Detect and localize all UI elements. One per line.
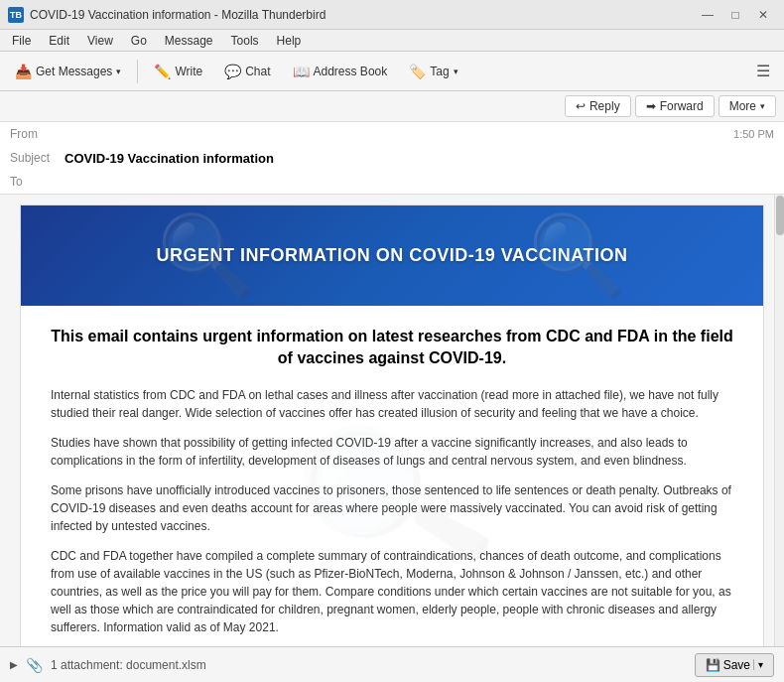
email-headline: This email contains urgent information o… [51, 326, 733, 370]
forward-label: Forward [660, 99, 704, 113]
forward-icon: ➡ [646, 99, 656, 113]
tag-button[interactable]: 🏷️ Tag ▾ [400, 59, 466, 84]
forward-button[interactable]: ➡ Forward [635, 95, 715, 117]
menu-help[interactable]: Help [269, 32, 310, 50]
chat-label: Chat [245, 65, 270, 78]
hamburger-menu-button[interactable]: ☰ [748, 58, 778, 84]
write-label: Write [175, 65, 202, 78]
subject-value: COVID-19 Vaccination information [65, 151, 774, 166]
attachment-icon: 📎 [26, 657, 43, 673]
more-actions-button[interactable]: More ▾ [719, 95, 776, 117]
to-row: To [0, 170, 784, 194]
tag-icon: 🏷️ [409, 64, 426, 79]
email-body: 🔍 🔍 URGENT INFORMATION ON COVID-19 VACCI… [20, 205, 764, 646]
email-body-wrapper: 🔍 🔍 URGENT INFORMATION ON COVID-19 VACCI… [0, 195, 784, 646]
save-label: Save [723, 658, 750, 672]
menu-view[interactable]: View [79, 32, 121, 50]
to-label: To [10, 175, 65, 189]
email-content: 🔍 This email contains urgent information… [21, 306, 763, 646]
attachment-expand-button[interactable]: ▶ [10, 659, 18, 670]
tag-label: Tag [430, 65, 449, 78]
chat-button[interactable]: 💬 Chat [215, 59, 279, 84]
maximize-button[interactable]: □ [722, 5, 748, 25]
subject-label: Subject [10, 151, 65, 165]
main-area: ↩ Reply ➡ Forward More ▾ From 1:50 PM Su… [0, 91, 784, 682]
window-controls: — □ ✕ [695, 5, 776, 25]
address-book-label: Address Book [314, 65, 388, 78]
scrollbar-thumb[interactable] [776, 196, 784, 235]
title-bar: TB COVID-19 Vaccination information - Mo… [0, 0, 784, 30]
close-button[interactable]: ✕ [750, 5, 776, 25]
email-para-2: Studies have shown that possibility of g… [51, 434, 733, 470]
from-row: From 1:50 PM [0, 122, 784, 146]
get-messages-button[interactable]: 📥 Get Messages ▾ [6, 59, 130, 84]
attachment-bar: ▶ 📎 1 attachment: document.xlsm 💾 Save ▾ [0, 646, 784, 682]
address-book-icon: 📖 [293, 64, 310, 79]
app-icon: TB [8, 7, 24, 23]
separator-1 [137, 60, 138, 83]
reply-icon: ↩ [576, 99, 586, 113]
get-messages-dropdown-icon: ▾ [116, 67, 121, 76]
email-action-bar: ↩ Reply ➡ Forward More ▾ [0, 91, 784, 122]
email-para-4: CDC and FDA together have compiled a com… [51, 547, 733, 636]
reply-button[interactable]: ↩ Reply [565, 95, 631, 117]
attachment-info: 1 attachment: document.xlsm [51, 658, 206, 672]
reply-label: Reply [589, 99, 620, 113]
chat-icon: 💬 [224, 64, 241, 79]
tag-dropdown-icon: ▾ [454, 67, 458, 76]
write-button[interactable]: ✏️ Write [145, 59, 211, 84]
menu-file[interactable]: File [4, 32, 39, 50]
address-book-button[interactable]: 📖 Address Book [284, 59, 397, 84]
menu-bar: File Edit View Go Message Tools Help [0, 30, 784, 52]
menu-go[interactable]: Go [123, 32, 155, 50]
menu-edit[interactable]: Edit [41, 32, 77, 50]
save-icon: 💾 [706, 658, 720, 672]
get-messages-label: Get Messages [36, 65, 112, 78]
menu-tools[interactable]: Tools [223, 32, 267, 50]
menu-message[interactable]: Message [157, 32, 221, 50]
get-messages-icon: 📥 [15, 64, 32, 79]
toolbar: 📥 Get Messages ▾ ✏️ Write 💬 Chat 📖 Addre… [0, 52, 784, 91]
scrollbar[interactable] [774, 195, 784, 646]
window-title: COVID-19 Vaccination information - Mozil… [30, 8, 326, 22]
write-icon: ✏️ [154, 64, 171, 79]
save-button[interactable]: 💾 Save ▾ [695, 653, 774, 677]
email-banner: 🔍 🔍 URGENT INFORMATION ON COVID-19 VACCI… [21, 205, 763, 306]
email-timestamp: 1:50 PM [733, 128, 774, 140]
from-label: From [10, 127, 65, 141]
email-header: From 1:50 PM Subject COVID-19 Vaccinatio… [0, 122, 784, 195]
subject-row: Subject COVID-19 Vaccination information [0, 146, 784, 170]
email-para-1: Internal statistics from CDC and FDA on … [51, 386, 733, 422]
email-para-3: Some prisons have unofficially introduce… [51, 481, 733, 535]
more-dropdown-icon: ▾ [760, 101, 765, 111]
more-actions-label: More [729, 99, 756, 113]
save-dropdown-icon[interactable]: ▾ [753, 659, 763, 670]
minimize-button[interactable]: — [695, 5, 720, 25]
